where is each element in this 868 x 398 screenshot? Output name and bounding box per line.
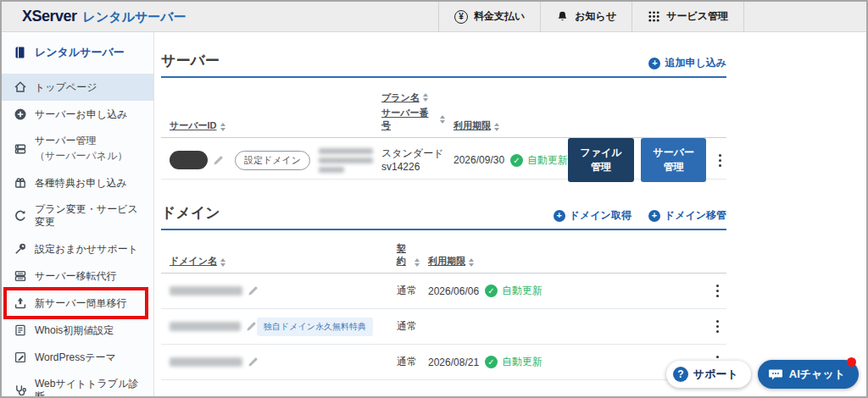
domain-row: 通常 2026/08/21 自動更新: [161, 345, 726, 380]
plan-and-number: スタンダード sv14226: [381, 146, 443, 174]
yen-circle-icon: [454, 10, 468, 24]
sidebar-item-label: WordPressテーマ: [35, 351, 116, 364]
edit-pencil-icon[interactable]: [246, 321, 257, 332]
column-expiry[interactable]: 利用期限: [445, 91, 726, 137]
domain-section-title: ドメイン: [161, 203, 220, 223]
edit-pencil-icon[interactable]: [213, 155, 224, 166]
upload-icon: [14, 296, 27, 310]
sidebar-item-easy-migration[interactable]: 新サーバー簡単移行: [2, 290, 153, 317]
grid-icon: [648, 10, 660, 23]
header-nav: 料金支払い お知らせ サービス管理: [438, 2, 744, 32]
domain-table-header: ドメイン名 契約 利用期限: [161, 230, 726, 274]
auto-renewal-label: 自動更新: [502, 284, 542, 298]
kebab-menu-icon[interactable]: [708, 280, 726, 302]
server-add-link-label: 追加申し込み: [665, 56, 726, 70]
app-logo[interactable]: XServer レンタルサーバー: [2, 8, 186, 25]
document-icon: [14, 323, 27, 337]
theme-icon: [14, 351, 27, 364]
nav-service-management-label: サービス管理: [666, 9, 728, 24]
chat-bubble-icon: [768, 368, 783, 381]
column-server-id[interactable]: サーバーID: [161, 91, 373, 137]
sidebar-item-label: サーバーお申し込み: [35, 108, 127, 121]
sidebar-item-label: Webサイトトラブル診断: [35, 378, 145, 398]
ai-chat-button-label: AIチャット: [789, 367, 845, 382]
sidebar-item-label: トップページ: [35, 81, 97, 94]
home-icon: [14, 80, 27, 94]
sidebar-item-server-management[interactable]: サーバー管理（サーバーパネル）: [2, 128, 153, 169]
ai-chat-button[interactable]: AIチャット: [758, 360, 859, 389]
redacted-domain-name: [170, 357, 242, 367]
notification-dot: [847, 357, 856, 367]
server-table-header: サーバーID プラン名 サーバー番号 利用期限: [161, 78, 726, 138]
column-expiry[interactable]: 利用期限: [420, 242, 726, 273]
domain-expiry-date: 2026/08/21: [428, 357, 479, 368]
bell-icon: [556, 10, 569, 23]
domain-transfer-link[interactable]: ドメイン移管: [648, 208, 726, 223]
check-circle-icon: [510, 154, 523, 167]
sidebar-item-top-page[interactable]: トップページ: [2, 74, 153, 101]
nav-service-management[interactable]: サービス管理: [632, 2, 744, 32]
wrench-icon: [14, 242, 27, 256]
sidebar-item-setup-support[interactable]: 設定おまかせサポート: [2, 235, 153, 263]
sidebar-item-benefits-apply[interactable]: 各種特典お申し込み: [2, 169, 153, 196]
check-circle-icon: [485, 285, 498, 297]
sidebar-item-server-transfer[interactable]: サーバー移転代行: [2, 263, 153, 290]
main-area: サーバー 追加申し込み サーバーID: [154, 32, 866, 398]
nav-payment[interactable]: 料金支払い: [438, 2, 540, 32]
plus-circle-icon: [648, 210, 660, 222]
edit-pencil-icon[interactable]: [248, 285, 259, 296]
plus-circle-icon: [648, 58, 660, 69]
nav-payment-label: 料金支払い: [474, 9, 525, 24]
support-button-label: サポート: [693, 367, 738, 382]
configured-domain-chip: 設定ドメイン: [235, 151, 310, 170]
sidebar-brand[interactable]: レンタルサーバー: [2, 32, 153, 74]
top-header: XServer レンタルサーバー 料金支払い お知らせ サービス管理: [2, 2, 866, 32]
redacted-server-id: [170, 151, 208, 169]
edit-pencil-icon[interactable]: [248, 357, 259, 368]
redacted-domain-name: [170, 286, 242, 296]
sidebar-item-wordpress-theme[interactable]: WordPressテーマ: [2, 344, 153, 371]
sidebar: レンタルサーバー トップページ サーバーお申し込み サーバー管理（サーバーパネル…: [2, 32, 154, 398]
auto-renewal-label: 自動更新: [502, 355, 542, 369]
support-button[interactable]: サポート: [666, 361, 751, 388]
gift-icon: [14, 176, 27, 190]
sidebar-item-label: 設定おまかせサポート: [35, 243, 138, 256]
stethoscope-icon: [14, 384, 27, 397]
auto-renewal-label: 自動更新: [527, 153, 568, 168]
nav-notifications-label: お知らせ: [575, 9, 616, 24]
server-section-title: サーバー: [161, 51, 220, 70]
sidebar-item-plan-change[interactable]: プラン変更・サービス変更: [2, 196, 153, 235]
column-domain-name[interactable]: ドメイン名: [161, 242, 388, 273]
sidebar-item-label: 各種特典お申し込み: [35, 177, 127, 190]
sidebar-item-whois-defaults[interactable]: Whois初期値設定: [2, 317, 153, 344]
server-icon: [14, 142, 27, 156]
contract-type: 通常: [397, 355, 417, 369]
sort-icon: [220, 123, 225, 131]
domain-get-link-label: ドメイン取得: [570, 208, 632, 223]
sidebar-item-site-trouble-diagnosis[interactable]: Webサイトトラブル診断: [2, 371, 153, 398]
sidebar-item-label: Whois初期値設定: [35, 324, 114, 337]
kebab-menu-icon[interactable]: [708, 316, 726, 338]
redacted-domain-name: [170, 322, 241, 331]
kebab-menu-icon[interactable]: [713, 149, 726, 171]
sort-icon: [423, 93, 428, 102]
check-circle-icon: [485, 356, 498, 368]
plus-circle-icon: [14, 108, 27, 121]
server-management-button[interactable]: サーバー管理: [641, 138, 706, 182]
sidebar-item-server-apply[interactable]: サーバーお申し込み: [2, 101, 153, 128]
server-section: サーバー 追加申し込み サーバーID: [161, 51, 726, 180]
sort-icon: [469, 258, 474, 267]
domain-row: 通常 2026/06/06 自動更新: [161, 274, 726, 309]
question-circle-icon: [673, 367, 688, 382]
column-contract[interactable]: 契約: [388, 242, 420, 273]
plus-circle-icon: [554, 210, 565, 222]
server-expiry-date: 2026/09/30: [453, 154, 504, 166]
domain-section: ドメイン ドメイン取得 ドメイン移管: [161, 203, 726, 380]
domain-get-link[interactable]: ドメイン取得: [554, 208, 632, 223]
server-add-link[interactable]: 追加申し込み: [648, 56, 726, 70]
nav-notifications[interactable]: お知らせ: [540, 2, 632, 32]
rental-server-icon: [14, 46, 27, 59]
file-management-button[interactable]: ファイル管理: [568, 138, 634, 182]
sidebar-menu: トップページ サーバーお申し込み サーバー管理（サーバーパネル） 各種特典お申し…: [2, 74, 153, 398]
column-plan-number[interactable]: プラン名 サーバー番号: [373, 91, 445, 137]
